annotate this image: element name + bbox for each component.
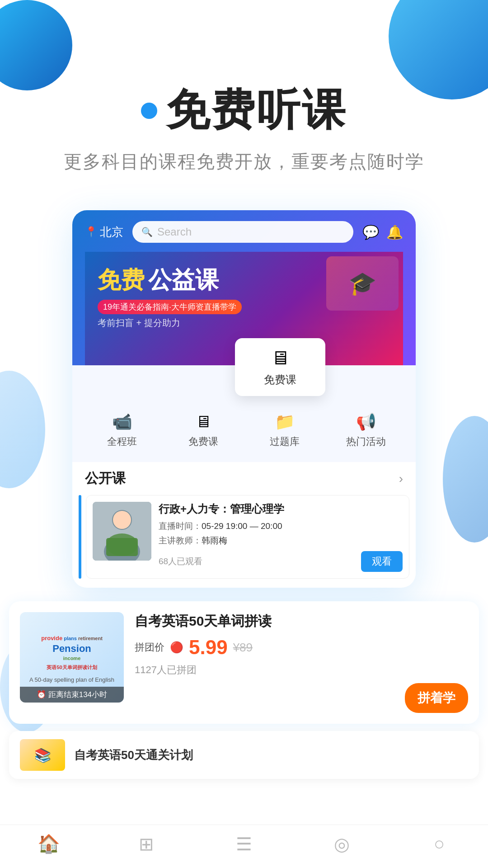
courses-icon: ⊞: [139, 834, 154, 854]
banner-tag: 19年通关必备指南·大牛师资直播带学: [98, 300, 242, 314]
product-preview-thumb: 📚: [20, 739, 65, 771]
price-label: 拼团价: [135, 641, 164, 654]
profile-icon: ○: [434, 834, 445, 854]
word-cloud-text: provide plans retirement Pension income …: [38, 632, 105, 676]
location-text: 北京: [100, 224, 123, 240]
folder-icon: 📁: [244, 412, 325, 431]
mockup-nav-area: 🖥 免费课 📹 全程班 🖥 免费课 📁 过题库 📢: [72, 365, 416, 462]
section-header: 公开课 ›: [72, 462, 416, 495]
hero-subtitle: 更多科目的课程免费开放，重要考点随时学: [0, 149, 488, 174]
course-bottom-row: 68人已观看 观看: [159, 551, 403, 572]
course-viewers: 68人已观看: [159, 556, 202, 567]
bottom-nav: 🏠 ⊞ ☰ ◎ ○: [0, 825, 488, 868]
nav-item-hotactivity[interactable]: 📢 热门活动: [325, 412, 407, 448]
tab-home[interactable]: 🏠: [0, 833, 98, 854]
svg-rect-5: [106, 538, 138, 556]
course-time: 直播时间：05-29 19:00 — 20:00: [159, 520, 403, 532]
home-icon: 🏠: [38, 833, 60, 854]
hero-title: 免费听课: [166, 81, 347, 140]
mockup-location[interactable]: 📍 北京: [85, 224, 123, 240]
banner-subtitle: 考前扫盲 + 提分助力: [98, 317, 390, 329]
svg-point-3: [113, 511, 131, 529]
course-name: 行政+人力专：管理心理学: [159, 502, 403, 516]
hero-dot-icon: [141, 103, 157, 119]
mockup-icons-right: 💬 🔔: [362, 224, 403, 240]
questions-icon: ☰: [236, 834, 252, 854]
clock-icon: ⏰: [37, 690, 46, 699]
product-image-subtitle: A 50-day spelling plan of English: [27, 676, 117, 683]
product-preview-name: 自考英语50天通关计划: [74, 747, 193, 763]
course-name-overlay: 英语50天单词拼读计划: [41, 661, 103, 673]
nav-items-row: 📹 全程班 🖥 免费课 📁 过题库 📢 热门活动: [72, 401, 416, 458]
countdown-text: 距离结束134小时: [48, 690, 107, 699]
nav-item-label-4: 热门活动: [325, 435, 407, 448]
message-icon[interactable]: 💬: [362, 224, 379, 240]
nav-popup-label: 免费课: [244, 373, 316, 387]
mockup-card: 📍 北京 🔍 Search 💬 🔔 免费 公益课 19年通关必备指: [72, 210, 416, 588]
nav-item-label-2: 免费课: [163, 435, 244, 448]
nav-item-questionbank[interactable]: 📁 过题库: [244, 412, 325, 448]
section-title: 公开课: [85, 469, 126, 488]
search-placeholder: Search: [157, 226, 192, 238]
tab-discover[interactable]: ◎: [293, 834, 390, 854]
course-card: 行政+人力专：管理心理学 直播时间：05-29 19:00 — 20:00 主讲…: [86, 495, 409, 579]
video-icon: 📹: [81, 412, 163, 431]
course-teacher: 主讲教师：韩雨梅: [159, 535, 403, 547]
course-card-row: 行政+人力专：管理心理学 直播时间：05-29 19:00 — 20:00 主讲…: [72, 495, 416, 588]
banner-free-text: 免费: [98, 264, 145, 296]
watch-button[interactable]: 观看: [361, 551, 403, 572]
tab-questions[interactable]: ☰: [195, 834, 293, 854]
monitor-icon: 🖥: [163, 412, 244, 431]
preview-thumb-icon: 📚: [34, 747, 51, 763]
nav-popup-card: 🖥 免费课: [235, 338, 325, 396]
mockup-top-bar: 📍 北京 🔍 Search 💬 🔔: [85, 221, 403, 243]
buy-button[interactable]: 拼着学: [405, 683, 468, 713]
nav-item-freecourse[interactable]: 🖥 免费课: [163, 412, 244, 448]
product-image-bar: ⏰ 距离结束134小时: [20, 687, 124, 703]
nav-item-quanchengban[interactable]: 📹 全程班: [81, 412, 163, 448]
coin-icon: 🔴: [170, 641, 183, 654]
notification-icon[interactable]: 🔔: [386, 224, 403, 240]
search-icon: 🔍: [141, 226, 153, 237]
original-price: ¥89: [233, 641, 253, 655]
tab-courses[interactable]: ⊞: [98, 834, 195, 854]
megaphone-icon: 📢: [325, 412, 407, 431]
section-arrow-icon[interactable]: ›: [399, 472, 403, 486]
hero-title-row: 免费听课: [0, 81, 488, 140]
banner-main-title: 公益课: [148, 264, 219, 296]
course-info: 行政+人力专：管理心理学 直播时间：05-29 19:00 — 20:00 主讲…: [159, 502, 403, 572]
location-pin-icon: 📍: [85, 226, 97, 238]
tab-profile[interactable]: ○: [390, 834, 488, 854]
product-preview-section: 📚 自考英语50天通关计划: [9, 731, 479, 779]
banner-illustration: 🎓: [326, 256, 399, 311]
product-card-section: provide plans retirement Pension income …: [9, 601, 479, 724]
discover-icon: ◎: [334, 834, 350, 854]
nav-item-label-3: 过题库: [244, 435, 325, 448]
product-name: 自考英语50天单词拼读: [135, 612, 468, 630]
product-image: provide plans retirement Pension income …: [20, 612, 124, 703]
product-buyers: 1127人已拼团: [135, 663, 468, 677]
nav-popup-icon: 🖥: [244, 347, 316, 369]
product-info: 自考英语50天单词拼读 拼团价 🔴 5.99 ¥89 1127人已拼团 拼着学: [135, 612, 468, 713]
price-value: 5.99: [189, 636, 228, 659]
pension-word: Pension: [41, 642, 103, 656]
course-accent-bar: [79, 495, 81, 579]
teacher-photo: [93, 502, 151, 561]
hero-section: 免费听课 更多科目的课程免费开放，重要考点随时学: [0, 0, 488, 192]
public-course-section: 公开课 ›: [72, 462, 416, 588]
mockup-search-bar[interactable]: 🔍 Search: [132, 221, 353, 243]
nav-item-label-1: 全程班: [81, 435, 163, 448]
app-mockup: 📍 北京 🔍 Search 💬 🔔 免费 公益课 19年通关必备指: [0, 210, 488, 588]
product-price-row: 拼团价 🔴 5.99 ¥89: [135, 636, 468, 659]
